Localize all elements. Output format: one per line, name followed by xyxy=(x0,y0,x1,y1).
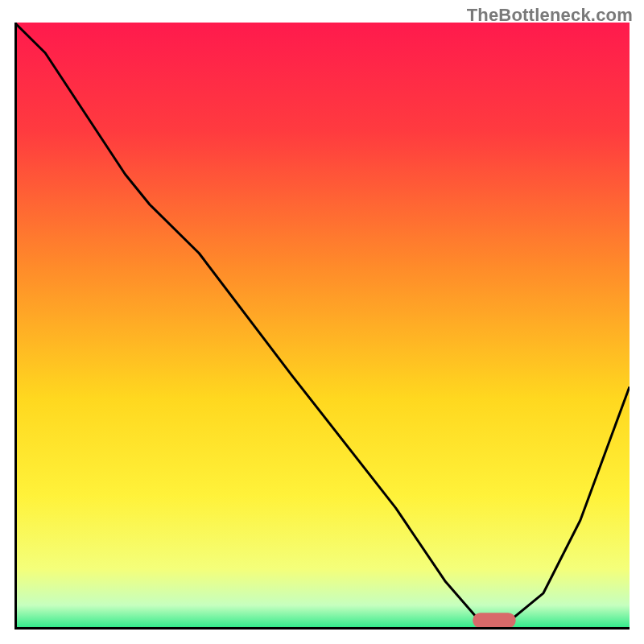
plot-area xyxy=(14,23,630,630)
chart-container: TheBottleneck.com xyxy=(0,0,644,644)
optimal-zone-marker xyxy=(473,613,516,628)
chart-svg xyxy=(14,23,630,630)
gradient-background xyxy=(14,23,630,630)
